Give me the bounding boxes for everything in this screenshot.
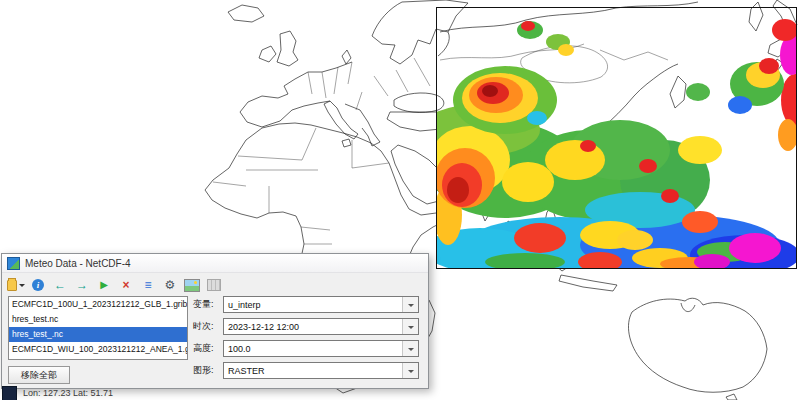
time-label: 时次: — [193, 320, 223, 333]
arrow-right-icon: → — [76, 279, 88, 291]
gear-icon: ⚙ — [165, 279, 176, 291]
list-item[interactable]: hres_test.nc — [9, 312, 187, 327]
remove-button[interactable]: × — [117, 277, 135, 294]
parameter-form: 变量: u_interp 时次: 2023-12-12 12:00 高度: 10… — [193, 296, 419, 384]
back-button[interactable]: ← — [51, 277, 69, 294]
dialog-toolbar: i ← → ▶ × ≡ ⚙ — [2, 273, 428, 296]
list-icon: ≡ — [144, 279, 151, 291]
list-view-button[interactable]: ≡ — [139, 277, 157, 294]
time-row: 时次: 2023-12-12 12:00 — [193, 318, 419, 335]
chevron-down-icon — [408, 348, 414, 354]
info-icon: i — [32, 279, 44, 291]
info-button[interactable]: i — [29, 277, 47, 294]
dropdown-button[interactable] — [402, 297, 418, 312]
plot-type-select[interactable]: RASTER — [223, 362, 419, 379]
dialog-title: Meteo Data - NetCDF-4 — [25, 258, 131, 269]
chevron-down-icon — [408, 304, 414, 310]
export-image-button[interactable] — [183, 277, 201, 294]
file-list[interactable]: ECMFC1D_100U_1_2023121212_GLB_1.grib1 hr… — [8, 296, 188, 360]
settings-button[interactable]: ⚙ — [161, 277, 179, 294]
dialog-titlebar[interactable]: Meteo Data - NetCDF-4 — [2, 254, 428, 273]
chevron-down-icon — [408, 326, 414, 332]
run-button[interactable]: ▶ — [95, 277, 113, 294]
status-bar: Lon: 127.23 Lat: 51.71 — [2, 386, 113, 400]
remove-all-button[interactable]: 移除全部 — [8, 366, 70, 384]
close-icon: × — [122, 279, 129, 291]
raster-layer — [420, 19, 800, 275]
dropdown-button[interactable] — [402, 319, 418, 334]
grid-icon — [207, 279, 221, 291]
app-window: Meteo Data - NetCDF-4 i ← → ▶ × — [0, 0, 800, 400]
list-item[interactable]: ECMFC1D_100U_1_2023121212_GLB_1.grib1 — [9, 297, 187, 312]
time-select[interactable]: 2023-12-12 12:00 — [223, 318, 419, 335]
list-item[interactable]: ECMFC1D_WIU_100_2023121212_ANEA_1.grib1 — [9, 342, 187, 357]
variable-value: u_interp — [228, 300, 261, 310]
run-icon: ▶ — [100, 280, 108, 290]
cursor-coordinates: Lon: 127.23 Lat: 51.71 — [23, 388, 113, 398]
dropdown-button[interactable] — [402, 363, 418, 378]
grid-view-button[interactable] — [205, 277, 223, 294]
variable-row: 变量: u_interp — [193, 296, 419, 313]
plot-type-row: 图形: RASTER — [193, 362, 419, 379]
meteo-data-dialog[interactable]: Meteo Data - NetCDF-4 i ← → ▶ × — [1, 253, 429, 389]
open-folder-button[interactable] — [7, 277, 25, 294]
variable-label: 变量: — [193, 298, 223, 311]
variable-select[interactable]: u_interp — [223, 296, 419, 313]
chevron-down-icon — [408, 370, 414, 376]
dropdown-button[interactable] — [402, 341, 418, 356]
list-item-selected[interactable]: hres_test_.nc — [9, 327, 187, 342]
arrow-left-icon: ← — [54, 279, 66, 291]
plot-type-label: 图形: — [193, 364, 223, 377]
folder-icon — [7, 280, 17, 291]
dialog-app-icon — [7, 257, 20, 270]
app-taskbar-icon[interactable] — [2, 386, 17, 400]
forward-button[interactable]: → — [73, 277, 91, 294]
image-icon — [184, 279, 200, 292]
chevron-down-icon — [19, 284, 25, 290]
level-row: 高度: 100.0 — [193, 340, 419, 357]
level-label: 高度: — [193, 342, 223, 355]
plot-type-value: RASTER — [228, 366, 265, 376]
level-value: 100.0 — [228, 344, 251, 354]
time-value: 2023-12-12 12:00 — [228, 322, 299, 332]
level-select[interactable]: 100.0 — [223, 340, 419, 357]
